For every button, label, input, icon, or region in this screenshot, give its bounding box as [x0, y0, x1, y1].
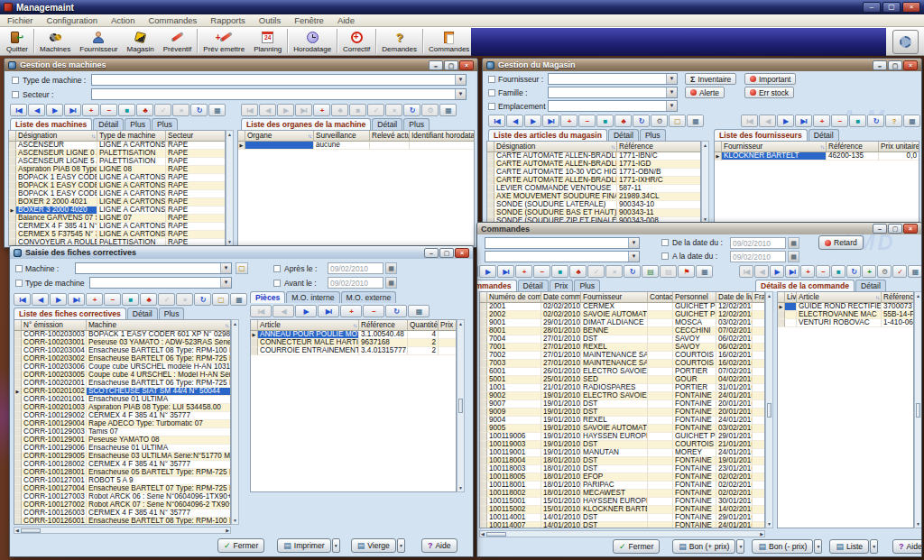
refresh-button[interactable]: ↻	[385, 305, 407, 317]
cancel-button[interactable]: ×	[605, 265, 623, 278]
toolbar-planning[interactable]: 24Planning	[249, 27, 286, 55]
tab-d-tail[interactable]: Détail	[855, 280, 886, 291]
last-button[interactable]: ▶I	[795, 115, 812, 127]
col-prix-unitaire[interactable]: Prix unitaire	[879, 142, 919, 152]
fiches-correctives-row[interactable]: CORR-100203005Coupe cube 4 URSCHEL : Mod…	[14, 372, 230, 380]
machines-titlebar[interactable]: Gestion des machines – ▢ ×	[5, 59, 477, 71]
first-button[interactable]: I◀	[241, 104, 258, 116]
insert-button[interactable]: +	[313, 104, 330, 116]
commandes-row[interactable]: 700327/01/2010MAINTENANCE SAVOIECOURTOIS…	[480, 360, 764, 368]
imprimer-dropdown[interactable]: ▼	[332, 538, 340, 553]
fournisseur-checkbox[interactable]	[488, 76, 495, 83]
print-emit-button[interactable]: ▤	[642, 265, 659, 278]
machines-row[interactable]: Balance GARVENS 07 Série N°33LIGNE 07RAP…	[9, 215, 225, 223]
fermer-button[interactable]: ✓Fermer	[613, 539, 660, 554]
edit-button[interactable]: ■	[122, 293, 139, 306]
tab-plus[interactable]: Plus	[403, 118, 430, 130]
calendar-icon[interactable]: ▦	[385, 277, 397, 289]
col-num-ro-de-comma[interactable]: Numéro de comma	[487, 292, 541, 303]
menu-fichier[interactable]: Fichier	[7, 15, 33, 25]
col-r-f-rence[interactable]: Référence	[359, 320, 408, 331]
avant-checkbox[interactable]	[273, 280, 281, 287]
col-fournisseur[interactable]: Fournisseur↑↓	[722, 142, 827, 152]
grid-view-button[interactable]: ▦	[230, 293, 247, 306]
prev-button[interactable]: ◀	[32, 293, 49, 306]
details-commande-row[interactable]: ▶GUIDE ROND RECTIFIE3700073	[778, 303, 913, 311]
minimize-button[interactable]: –	[873, 224, 887, 234]
print-copy-button[interactable]: ▤	[660, 265, 677, 278]
add-line-button[interactable]: +	[862, 265, 876, 278]
commande-filter-combo-2[interactable]: ▼	[485, 251, 640, 262]
commandes-grid-hscroll[interactable]: ◀▶	[479, 530, 765, 537]
next-button[interactable]: ▶	[770, 265, 784, 278]
tab-d-tail[interactable]: Détail	[808, 129, 839, 141]
machine-combo[interactable]: ▼	[75, 262, 232, 274]
refresh-button[interactable]: ↻	[624, 265, 641, 278]
tab-d-tail[interactable]: Détail	[608, 129, 639, 141]
accept-button[interactable]: ✓	[158, 293, 175, 306]
bon-plus-prix-button[interactable]: ▤Bon (+ prix)	[672, 539, 735, 554]
organes-row[interactable]: ▶aucune	[238, 142, 474, 150]
alerte-button[interactable]: Alerte	[685, 87, 725, 98]
fiches-correctives-row[interactable]: CORR-100203001Peseuse 03 YAMATO : ADW-52…	[14, 339, 230, 347]
minimize-button[interactable]: –	[863, 2, 881, 13]
fiches-correctives-row[interactable]: CORR-100129004Rape ADECO Type: Turbomati…	[14, 420, 230, 428]
famille-combo[interactable]: ▼	[548, 87, 678, 98]
commandes-row[interactable]: 700127/01/2010REXELSAVOY06/02/2010	[480, 344, 764, 352]
tab-plus[interactable]: Plus	[640, 129, 666, 141]
col-date-de-livr[interactable]: Date de livr	[716, 292, 753, 303]
commandes-row[interactable]: 10011900119/01/2010MANUTANMOREY24/01/201…	[480, 449, 764, 457]
prev-button[interactable]: ◀	[259, 104, 276, 116]
menu-action[interactable]: Action	[111, 15, 134, 25]
fiches-correctives-row[interactable]: CORR-100203002Ensacheuse BARTELT 06 Type…	[14, 355, 230, 363]
menu-aide[interactable]: Aide	[337, 15, 355, 25]
machine-checkbox[interactable]	[15, 265, 23, 272]
post-button[interactable]: ♣	[136, 104, 153, 116]
machines-row[interactable]: BOXER 2 2000 4021LIGNE A CARTONS S3RAPE	[9, 198, 225, 207]
edit-button[interactable]: ■	[831, 265, 845, 278]
commandes-row[interactable]: 10011800218/01/2010MECAWESTFONTAINE02/02…	[480, 490, 764, 498]
fiches-correctives-row[interactable]: CORR-100129006Ensacheuse 01 ULTIMA	[14, 445, 230, 453]
aide-button[interactable]: ?Aide	[421, 538, 457, 553]
type-machine-combo[interactable]: ▼	[91, 74, 467, 86]
accept-button[interactable]: ✓	[587, 265, 605, 278]
commandes-row[interactable]: 10011500115/01/2010HAYSSEN EUROPE LTDFON…	[480, 498, 764, 506]
liste-dropdown[interactable]: ▼	[870, 539, 878, 554]
machine-lookup-button[interactable]: ▢	[236, 262, 248, 274]
apres-checkbox[interactable]	[273, 265, 281, 272]
close-button[interactable]: ×	[902, 2, 920, 13]
refresh-button[interactable]: ↻	[846, 265, 861, 278]
tab-liste-des-articles-du-magasin[interactable]: Liste des articles du magasin	[488, 129, 607, 141]
machines-grid-vscroll[interactable]: ▲▼	[226, 130, 234, 246]
insert-button[interactable]: +	[340, 305, 362, 317]
toolbar-correctif[interactable]: Correctif	[338, 27, 374, 55]
fiches-correctives-row[interactable]: CORR-100129001Peseuse YAMATO 08	[14, 436, 230, 445]
next-button[interactable]: ▶	[479, 265, 496, 278]
tab-pi-ces[interactable]: Pièces	[250, 291, 285, 303]
col-prix-u[interactable]: Prix u	[439, 320, 457, 331]
grid-view-button[interactable]: ▦	[696, 265, 713, 278]
articles-row[interactable]: AXE MOUVEMENT SOUDURE FINALE21989.34CL	[487, 193, 700, 201]
prev-button[interactable]: ◀	[759, 115, 776, 127]
machines-row[interactable]: BOPACK 1 EASY CODER 601 XP NLIGNE A CART…	[9, 174, 225, 182]
date-to-checkbox[interactable]	[661, 252, 669, 260]
fiches-correctives-row[interactable]: CORR-100203004Ensacheuse BARTELT 08 Type…	[14, 347, 230, 355]
menu-fen-tre[interactable]: Fenêtre	[294, 15, 324, 25]
sort-icon[interactable]: ↑↓	[225, 323, 228, 328]
retard-button[interactable]: Retard	[818, 235, 864, 250]
flag-button[interactable]: ⚑	[678, 265, 695, 278]
details-grid-vscroll[interactable]: ▲▼	[914, 291, 922, 528]
last-button[interactable]: ▶I	[785, 265, 799, 278]
fiches-correctives-row[interactable]: ▶CORR-100201002SCOTCHEUSE SIAT SM 44/4 N…	[14, 388, 230, 396]
commandes-row[interactable]: 900219/01/2010ELECTRO SAVOIEFONTAINE24/0…	[480, 392, 764, 400]
gears-button[interactable]: ⚙	[651, 115, 668, 127]
edit-button[interactable]: ■	[118, 104, 135, 116]
fiches-correctives-row[interactable]: CORR-100129002CERMEX 4 F 385 41 N° 35777	[14, 412, 230, 420]
calendar-icon[interactable]: ▦	[385, 262, 397, 274]
sort-icon[interactable]: ↑↓	[820, 144, 824, 150]
first-button[interactable]: I◀	[10, 104, 27, 116]
fiches-correctives-row[interactable]: CORR-100203006Coupe cube URSCHEL modèle …	[14, 363, 230, 372]
commandes-row[interactable]: 600126/01/2010ELECTRO SAVOIEPORTIER07/02…	[480, 368, 764, 376]
fiches-correctives-row[interactable]: CORR-100201001Ensacheuse 01 ULTIMA	[14, 396, 230, 404]
bon-moins-dropdown[interactable]: ▼	[814, 539, 822, 554]
